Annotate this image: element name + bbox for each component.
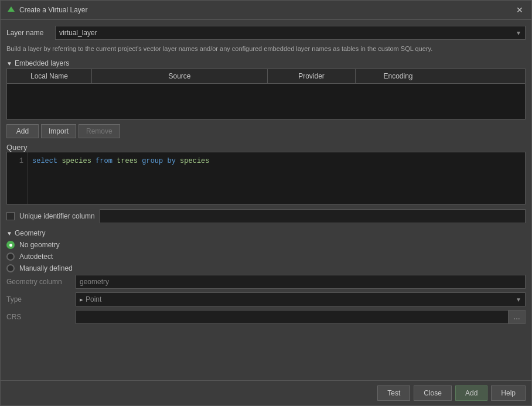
close-window-button[interactable]: ✕ — [514, 4, 526, 16]
layer-name-dropdown-icon: ▼ — [516, 30, 521, 36]
radio-no-geometry[interactable]: No geometry — [6, 241, 526, 249]
sql-col-species2: species — [180, 157, 209, 165]
title-bar: Create a Virtual Layer ✕ — [1, 1, 531, 20]
crs-input-group: … — [76, 310, 526, 324]
create-virtual-layer-dialog: Create a Virtual Layer ✕ Layer name virt… — [0, 0, 532, 406]
svg-marker-0 — [8, 6, 15, 12]
sql-select-keyword: select — [32, 157, 57, 165]
geometry-column-input[interactable] — [76, 275, 526, 289]
sql-from-keyword: from — [96, 157, 112, 165]
table-body — [7, 84, 525, 119]
geometry-radio-group: No geometry Autodetect Manually defined — [6, 238, 526, 275]
radio-manually-defined-label: Manually defined — [19, 264, 73, 272]
type-dropdown-icon: ▼ — [516, 296, 521, 303]
uid-checkbox[interactable] — [6, 212, 15, 220]
layer-name-input[interactable]: virtual_layer ▼ — [55, 26, 526, 40]
embedded-layers-table: Local Name Source Provider Encoding — [6, 69, 526, 120]
type-select[interactable]: ▸ Point ▼ — [76, 292, 526, 306]
radio-autodetect-label: Autodetect — [19, 253, 53, 261]
type-value: Point — [86, 295, 101, 303]
sql-table-trees: trees — [117, 157, 142, 165]
embedded-layers-title: Embedded layers — [15, 59, 69, 67]
sql-col-species1: species — [62, 157, 96, 165]
geometry-collapse-icon: ▼ — [6, 230, 12, 237]
geometry-title: Geometry — [15, 229, 46, 237]
radio-no-geometry-circle[interactable] — [6, 241, 15, 249]
geometry-fields: Geometry column Type ▸ Point ▼ CRS — [6, 275, 526, 324]
radio-manually-defined-circle[interactable] — [6, 264, 15, 272]
close-button[interactable]: Close — [414, 385, 452, 401]
col-source: Source — [92, 69, 268, 83]
add-button[interactable]: Add — [455, 385, 487, 401]
type-label: Type — [6, 295, 71, 303]
layer-name-row: Layer name virtual_layer ▼ — [6, 26, 526, 40]
line-number-1: 1 — [11, 157, 23, 165]
crs-browse-button[interactable]: … — [508, 310, 526, 324]
add-layer-button[interactable]: Add — [6, 124, 39, 138]
geometry-column-row: Geometry column — [6, 275, 526, 289]
radio-autodetect-circle[interactable] — [6, 253, 15, 261]
sql-groupby-keyword: group by — [142, 157, 176, 165]
embedded-layers-section: ▼ Embedded layers Local Name Source Prov… — [6, 58, 526, 120]
geometry-section: ▼ Geometry No geometry Autodetect Manual… — [6, 228, 526, 324]
embedded-layers-header[interactable]: ▼ Embedded layers — [6, 58, 526, 69]
help-button[interactable]: Help — [491, 385, 526, 401]
uid-input[interactable] — [100, 209, 526, 223]
query-text-input[interactable]: select species from trees group by speci… — [28, 152, 525, 204]
radio-autodetect[interactable]: Autodetect — [6, 253, 526, 261]
query-editor[interactable]: 1 select species from trees group by spe… — [6, 152, 526, 204]
col-provider: Provider — [268, 69, 356, 83]
layer-name-value: virtual_layer — [59, 29, 97, 37]
crs-row: CRS … — [6, 310, 526, 324]
embedded-layer-buttons: Add Import Remove — [6, 124, 526, 138]
footer-button-row: Test Close Add Help — [1, 380, 531, 405]
title-bar-left: Create a Virtual Layer — [6, 5, 88, 15]
col-encoding: Encoding — [356, 69, 441, 83]
uid-label: Unique identifier column — [19, 212, 95, 220]
query-label: Query — [6, 143, 526, 152]
radio-manually-defined[interactable]: Manually defined — [6, 264, 526, 272]
remove-layer-button[interactable]: Remove — [79, 124, 120, 138]
col-local-name: Local Name — [7, 69, 92, 83]
type-select-inner: ▸ Point — [80, 295, 101, 303]
app-icon — [6, 5, 16, 15]
type-row: Type ▸ Point ▼ — [6, 292, 526, 306]
geometry-header[interactable]: ▼ Geometry — [6, 228, 526, 238]
table-header-row: Local Name Source Provider Encoding — [7, 69, 525, 84]
import-layer-button[interactable]: Import — [41, 124, 76, 138]
query-section: Query 1 select species from trees group … — [6, 143, 526, 204]
crs-input[interactable] — [76, 310, 508, 324]
crs-label: CRS — [6, 313, 71, 321]
test-button[interactable]: Test — [377, 385, 410, 401]
radio-no-geometry-label: No geometry — [19, 241, 60, 249]
embedded-layers-collapse-icon: ▼ — [6, 60, 12, 67]
window-title: Create a Virtual Layer — [19, 6, 88, 14]
main-content: Layer name virtual_layer ▼ Build a layer… — [1, 20, 531, 380]
description-text: Build a layer by referring to the curren… — [6, 45, 526, 53]
line-numbers: 1 — [7, 152, 28, 204]
geometry-column-label: Geometry column — [6, 278, 71, 286]
type-icon: ▸ — [80, 296, 83, 303]
uid-row: Unique identifier column — [6, 209, 526, 223]
layer-name-label: Layer name — [6, 29, 50, 37]
